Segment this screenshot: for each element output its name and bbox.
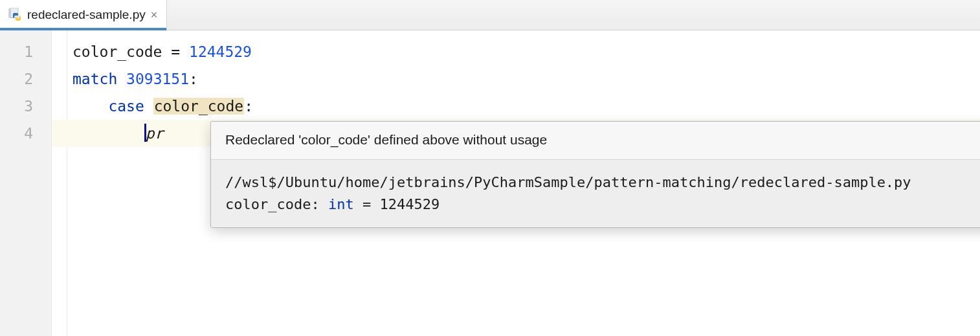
editor-tab-active[interactable]: redeclared-sample.py × <box>0 0 167 30</box>
token-partial-word: pr <box>146 125 164 142</box>
tab-bar: redeclared-sample.py × <box>0 0 980 30</box>
token-keyword: match <box>72 71 117 87</box>
token-colon: : <box>189 71 198 87</box>
line-number: 1 <box>0 38 33 65</box>
inspection-popup: Redeclared 'color_code' defined above wi… <box>210 121 980 228</box>
token-identifier: color_code <box>72 43 162 60</box>
python-file-icon <box>8 8 22 22</box>
line-number: 2 <box>0 65 33 93</box>
more-actions-icon[interactable] <box>977 132 980 148</box>
inspection-details: //wsl$/Ubuntu/home/jetbrains/PyCharmSamp… <box>211 159 980 227</box>
declaration-path: //wsl$/Ubuntu/home/jetbrains/PyCharmSamp… <box>225 172 911 194</box>
inspection-message: Redeclared 'color_code' defined above wi… <box>225 132 547 148</box>
close-icon[interactable]: × <box>151 9 158 21</box>
editor-area: 1 2 3 4 color_code = 1244529match 309315… <box>0 30 980 336</box>
token-colon: : <box>244 98 253 115</box>
token-redeclared-identifier: color_code <box>153 98 244 115</box>
token-keyword: case <box>108 98 144 115</box>
declaration-signature: color_code: int = 1244529 <box>225 194 911 216</box>
code-viewport[interactable]: color_code = 1244529match 3093151: case … <box>52 30 980 336</box>
inspection-header: Redeclared 'color_code' defined above wi… <box>211 122 980 159</box>
token-op: = <box>162 43 189 60</box>
line-number: 4 <box>0 120 33 147</box>
line-number-gutter: 1 2 3 4 <box>0 30 52 336</box>
more-actions-icon[interactable] <box>977 200 980 216</box>
token-number: 1244529 <box>189 43 252 60</box>
line-number: 3 <box>0 93 33 120</box>
tab-filename: redeclared-sample.py <box>27 8 146 22</box>
token-number: 3093151 <box>126 71 189 87</box>
